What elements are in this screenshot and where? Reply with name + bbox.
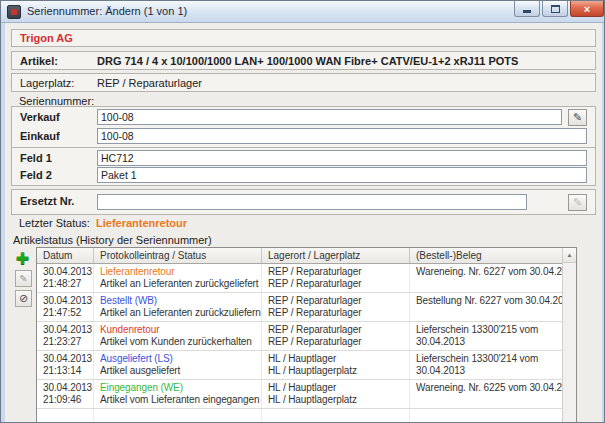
row-location1: REP / Reparaturlager xyxy=(268,295,409,307)
empty-cell xyxy=(37,409,93,423)
column-header-status[interactable]: Protokolleintrag / Status xyxy=(93,248,261,263)
verkauf-label: Verkauf xyxy=(20,111,60,123)
lagerort-cell: REP / Reparaturlager REP / Reparaturlage… xyxy=(261,322,409,350)
maximize-button[interactable] xyxy=(542,1,568,17)
close-icon: × xyxy=(584,3,590,15)
beleg-cell: Lieferschein 13300'214 vom 30.04.2013 xyxy=(409,351,576,379)
row-location2: REP / Reparaturlager xyxy=(268,278,409,290)
table-row[interactable]: 30.04.2013 21:13:14 Ausgeliefert (LS) Ar… xyxy=(37,351,576,380)
feld2-label: Feld 2 xyxy=(20,169,52,181)
scroll-up-button[interactable]: ▲ xyxy=(563,248,576,263)
lagerort-cell: HL / Hauptlager HL / Hauptlagerplatz xyxy=(261,351,409,379)
row-status: Eingegangen (WE) xyxy=(100,382,261,394)
history-table: Datum Protokolleintrag / Status Lagerort… xyxy=(36,247,577,423)
titlebar[interactable]: Seriennummer: Ändern (1 von 1) × xyxy=(1,1,605,23)
lagerort-cell: REP / Reparaturlager REP / Reparaturlage… xyxy=(261,293,409,321)
app-icon xyxy=(7,5,21,19)
row-location1: REP / Reparaturlager xyxy=(268,266,409,278)
window-title: Seriennummer: Ändern (1 von 1) xyxy=(27,5,187,17)
empty-cell xyxy=(261,409,409,423)
datum-cell: 30.04.2013 21:13:14 xyxy=(37,351,93,379)
table-row[interactable]: 30.04.2013 21:23:27 Kundenretour Artikel… xyxy=(37,322,576,351)
table-scrollbar[interactable]: ▲ xyxy=(562,248,576,423)
table-row[interactable]: 30.04.2013 21:09:46 Eingegangen (WE) Art… xyxy=(37,380,576,409)
add-entry-button[interactable]: ✚ xyxy=(12,248,33,269)
row-beleg: Lieferschein 13300'214 vom xyxy=(416,353,576,365)
scroll-up-icon: ▲ xyxy=(567,252,573,258)
lagerplatz-label: Lagerplatz: xyxy=(20,77,74,89)
row-time: 21:13:14 xyxy=(43,365,93,377)
row-location1: HL / Hauptlager xyxy=(268,382,409,394)
einkauf-label: Einkauf xyxy=(20,130,60,142)
ersetzt-input[interactable] xyxy=(97,194,527,210)
row-date: 30.04.2013 xyxy=(43,266,93,278)
beleg-cell: Wareneing. Nr. 6225 vom 30.04.2013 xyxy=(409,380,576,408)
datum-cell: 30.04.2013 21:23:27 xyxy=(37,322,93,350)
row-description: Artikel an Lieferanten zurückgeliefert xyxy=(100,278,261,290)
verkauf-edit-button[interactable]: ✎ xyxy=(568,109,587,126)
row-location2: HL / Hauptlagerplatz xyxy=(268,394,409,406)
ersetzt-edit-button[interactable]: ✎ xyxy=(568,194,587,211)
row-date: 30.04.2013 xyxy=(43,324,93,336)
pencil-icon: ✎ xyxy=(573,111,582,124)
empty-cell xyxy=(409,409,576,423)
lagerort-cell: REP / Reparaturlager REP / Reparaturlage… xyxy=(261,264,409,292)
row-date: 30.04.2013 xyxy=(43,382,93,394)
feld1-label: Feld 1 xyxy=(20,152,52,164)
row-location2: REP / Reparaturlager xyxy=(268,307,409,319)
column-header-beleg[interactable]: (Bestell-)Beleg xyxy=(409,248,576,263)
row-location1: HL / Hauptlager xyxy=(268,353,409,365)
beleg-cell: Bestellung Nr. 6227 vom 30.04.2013 xyxy=(409,293,576,321)
column-header-lagerort[interactable]: Lagerort / Lagerplatz xyxy=(261,248,409,263)
beleg-cell: Wareneing. Nr. 6227 vom 30.04.2013 xyxy=(409,264,576,292)
delete-entry-button[interactable]: ⊘ xyxy=(15,290,32,307)
row-status: Kundenretour xyxy=(100,324,261,336)
feld2-input[interactable] xyxy=(97,167,587,183)
lagerort-cell: HL / Hauptlager HL / Hauptlagerplatz xyxy=(261,380,409,408)
minimize-button[interactable] xyxy=(514,1,540,17)
pencil-disabled-icon: ✎ xyxy=(573,196,582,209)
row-date: 30.04.2013 xyxy=(43,295,93,307)
row-beleg: Wareneing. Nr. 6227 vom 30.04.2013 xyxy=(416,266,576,278)
row-location2: REP / Reparaturlager xyxy=(268,336,409,348)
artikel-row: Artikel: DRG 714 / 4 x 10/100/1000 LAN+ … xyxy=(11,51,596,70)
row-location1: REP / Reparaturlager xyxy=(268,324,409,336)
history-section-label: Artikelstatus (History der Seriennummer) xyxy=(13,234,212,246)
row-description: Artikel an Lieferanten zurückzuliefern xyxy=(100,307,261,319)
history-table-header: Datum Protokolleintrag / Status Lagerort… xyxy=(37,248,576,264)
datum-cell: 30.04.2013 21:09:46 xyxy=(37,380,93,408)
lagerplatz-value: REP / Reparaturlager xyxy=(97,77,202,89)
row-time: 21:47:52 xyxy=(43,307,93,319)
datum-cell: 30.04.2013 21:48:27 xyxy=(37,264,93,292)
company-name: Trigon AG xyxy=(20,32,73,44)
status-cell: Lieferantenretour Artikel an Lieferanten… xyxy=(93,264,261,292)
row-description: Artikel ausgeliefert xyxy=(100,365,261,377)
artikel-value: DRG 714 / 4 x 10/100/1000 LAN+ 100/1000 … xyxy=(97,55,518,67)
column-header-datum[interactable]: Datum xyxy=(37,248,93,263)
status-cell: Bestellt (WB) Artikel an Lieferanten zur… xyxy=(93,293,261,321)
maximize-icon xyxy=(551,5,560,13)
table-row[interactable]: 30.04.2013 21:48:27 Lieferantenretour Ar… xyxy=(37,264,576,293)
row-beleg2: 30.04.2013 xyxy=(416,365,576,377)
seriennummer-group: Verkauf ✎ Einkauf xyxy=(11,106,596,148)
history-empty-row xyxy=(37,409,576,423)
table-row[interactable]: 30.04.2013 21:47:52 Bestellt (WB) Artike… xyxy=(37,293,576,322)
row-time: 21:48:27 xyxy=(43,278,93,290)
row-time: 21:23:27 xyxy=(43,336,93,348)
ersetzt-group: Ersetzt Nr. ✎ xyxy=(11,189,596,215)
row-status: Lieferantenretour xyxy=(100,266,261,278)
window-frame-left xyxy=(1,23,5,423)
row-description: Artikel vom Kunden zurückerhalten xyxy=(100,336,261,348)
delete-icon: ⊘ xyxy=(19,292,28,305)
edit-note-icon: ✎ xyxy=(19,273,27,284)
feld1-input[interactable] xyxy=(97,150,587,166)
edit-entry-button[interactable]: ✎ xyxy=(15,270,32,287)
einkauf-input[interactable] xyxy=(97,128,587,144)
row-beleg: Lieferschein 13300'215 vom xyxy=(416,324,576,336)
minimize-icon xyxy=(523,10,531,13)
datum-cell: 30.04.2013 21:47:52 xyxy=(37,293,93,321)
ersetzt-label: Ersetzt Nr. xyxy=(20,195,74,207)
close-button[interactable]: × xyxy=(570,1,604,17)
verkauf-input[interactable] xyxy=(97,109,562,125)
status-cell: Eingegangen (WE) Artikel vom Lieferanten… xyxy=(93,380,261,408)
